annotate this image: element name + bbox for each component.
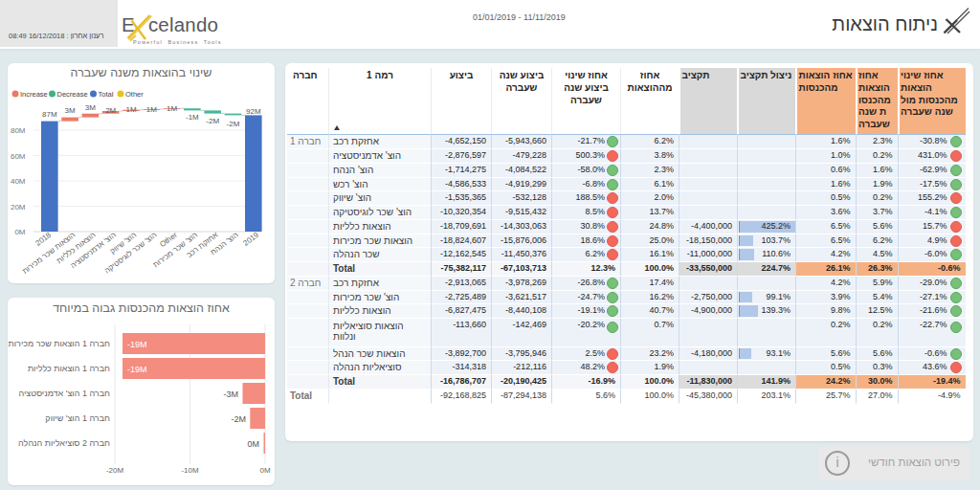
svg-text:1M: 1M <box>125 105 136 114</box>
svg-text:20M: 20M <box>11 203 26 212</box>
svg-text:0M: 0M <box>247 439 259 449</box>
svg-text:-19M: -19M <box>127 365 147 374</box>
svg-text:-2M: -2M <box>232 414 247 424</box>
svg-text:80M: 80M <box>11 126 26 135</box>
svg-text:-20M: -20M <box>106 466 124 475</box>
svg-text:חברה 1 הוצאות שכר מכירות: חברה 1 הוצאות שכר מכירות <box>9 339 111 348</box>
svg-text:3M: 3M <box>65 106 76 115</box>
svg-text:Other: Other <box>125 90 144 99</box>
svg-text:87M: 87M <box>42 110 57 119</box>
svg-text:92M: 92M <box>246 107 261 116</box>
svg-text:2019: 2019 <box>241 231 260 248</box>
svg-text:1M: 1M <box>146 105 157 114</box>
svg-text:-2M: -2M <box>227 120 240 128</box>
svg-text:חברה 2 סוציאליות הנהלה: חברה 2 סוציאליות הנהלה <box>18 438 110 448</box>
svg-text:חברה 1 הוצאות כלליות: חברה 1 הוצאות כלליות <box>28 364 110 373</box>
svg-text:חברה 1 הוצ' שיווק: חברה 1 הוצ' שיווק <box>45 413 110 423</box>
svg-text:-2M: -2M <box>206 117 219 125</box>
svg-text:-10M: -10M <box>181 466 199 475</box>
svg-text:3M: 3M <box>85 103 96 112</box>
svg-text:0M: 0M <box>259 466 270 475</box>
svg-text:-1M: -1M <box>186 113 199 122</box>
svg-text:40M: 40M <box>11 177 26 186</box>
svg-text:1M: 1M <box>167 104 177 113</box>
svg-text:0M: 0M <box>14 228 25 236</box>
svg-text:Total: Total <box>99 90 114 99</box>
svg-text:חברה 1 הוצ' אדמניסטציה: חברה 1 הוצ' אדמניסטציה <box>18 389 110 398</box>
svg-text:-19M: -19M <box>127 340 147 349</box>
svg-text:Decrease: Decrease <box>57 90 88 99</box>
svg-text:2M: 2M <box>105 106 116 115</box>
svg-text:Increase: Increase <box>20 90 48 99</box>
svg-text:60M: 60M <box>11 152 26 161</box>
svg-text:-3M: -3M <box>224 390 239 399</box>
svg-text:2018: 2018 <box>33 231 53 248</box>
